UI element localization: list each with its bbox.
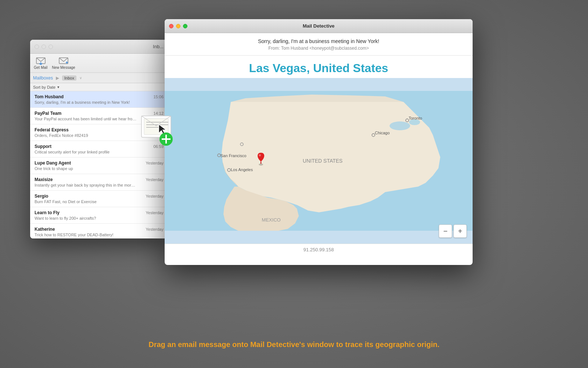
email-list-item[interactable]: Learn to Fly Yesterday Want to learn to … xyxy=(30,207,168,224)
new-message-label: New Message xyxy=(52,66,75,70)
email-time: Yesterday xyxy=(146,227,164,231)
new-message-icon xyxy=(58,57,69,65)
zoom-in-button[interactable]: + xyxy=(453,224,467,238)
mail-toolbar: Get Mail New Message xyxy=(30,54,168,73)
email-list: Tom Husband 15:06 Sorry, darling, I'm at… xyxy=(30,91,168,238)
bottom-caption: Drag an email message onto Mail Detectiv… xyxy=(0,340,588,349)
inbox-label[interactable]: Inbox xyxy=(62,75,76,81)
get-mail-button[interactable]: Get Mail xyxy=(34,57,47,70)
email-preview: Burn FAT Fast, no Diet or Exercise xyxy=(35,199,137,204)
email-preview: Want to learn to fly 200+ aircrafts? xyxy=(35,216,137,220)
detective-email-subject: Sorry, darling, I'm at a business meetin… xyxy=(172,38,465,44)
mail-traffic-lights xyxy=(35,45,53,49)
email-list-item[interactable]: Maxisize Yesterday Instantly get your ha… xyxy=(30,174,168,191)
email-sender: Support xyxy=(35,144,51,149)
svg-point-20 xyxy=(259,154,261,156)
svg-point-7 xyxy=(390,121,410,130)
email-list-item[interactable]: PayPal Team 14:12 Your PayPal account ha… xyxy=(30,108,168,124)
mail-minimize-button[interactable] xyxy=(42,45,46,49)
svg-text:San Francisco: San Francisco xyxy=(220,153,246,158)
mail-close-button[interactable] xyxy=(35,45,39,49)
email-list-item[interactable]: Sergio Yesterday Burn FAT Fast, no Diet … xyxy=(30,191,168,207)
email-time: 08:15 xyxy=(153,128,164,132)
svg-text:Los Angeles: Los Angeles xyxy=(231,167,253,172)
detective-email-header: Sorry, darling, I'm at a business meetin… xyxy=(165,33,473,56)
email-sender: Federal Express xyxy=(35,127,69,132)
map-controls: − + xyxy=(439,224,467,238)
svg-text:MEXICO: MEXICO xyxy=(262,217,280,223)
email-preview: Orders, FedEx Notice #82419 xyxy=(35,133,137,138)
email-preview: Critical security alert for your linked … xyxy=(35,150,137,154)
email-sender: PayPal Team xyxy=(35,111,61,116)
sort-label[interactable]: Sort by Date ▼ xyxy=(33,85,60,89)
detective-location: Las Vegas, United States xyxy=(165,56,473,78)
mail-titlebar: Inb... xyxy=(30,40,168,54)
email-sender: Lupe Dang Agent xyxy=(35,160,71,166)
email-time: Yesterday xyxy=(146,161,164,165)
detective-email-from: From: Tom Husband <honeypot@subclassed.c… xyxy=(172,46,465,51)
email-list-item[interactable]: Katherine Yesterday Trick how to RESTORE… xyxy=(30,224,168,238)
email-time: 14:12 xyxy=(153,111,164,116)
new-message-button[interactable]: New Message xyxy=(52,57,75,70)
detective-footer: 91.250.99.158 xyxy=(165,244,473,255)
email-sender: Learn to Fly xyxy=(35,210,60,215)
sort-bar: Sort by Date ▼ xyxy=(30,83,168,91)
email-time: Yesterday xyxy=(146,210,164,215)
detective-window: Mail Detective Sorry, darling, I'm at a … xyxy=(165,19,473,265)
mail-window-title: Inb... xyxy=(153,44,164,49)
map-container[interactable]: San Francisco Los Angeles Chicago Toront… xyxy=(165,78,473,244)
email-list-item[interactable]: Support 06:59 Critical security alert fo… xyxy=(30,141,168,158)
email-sender: Maxisize xyxy=(35,177,53,182)
detective-window-title: Mail Detective xyxy=(303,23,335,29)
mailboxes-label[interactable]: Mailboxes xyxy=(33,75,53,81)
svg-text:Chicago: Chicago xyxy=(375,131,390,135)
get-mail-label: Get Mail xyxy=(34,66,47,70)
mail-app-window: Inb... Get Mail xyxy=(30,40,168,238)
email-sender: Katherine xyxy=(35,227,55,232)
svg-text:UNITED STATES: UNITED STATES xyxy=(303,158,343,164)
get-mail-icon xyxy=(36,57,46,65)
map-svg: San Francisco Los Angeles Chicago Toront… xyxy=(165,78,473,244)
email-preview: Trick how to RESTORE your DEAD-Battery! xyxy=(35,233,137,237)
detective-traffic-lights xyxy=(169,24,187,28)
email-time: Yesterday xyxy=(146,194,164,198)
email-sender: Sergio xyxy=(35,194,48,199)
email-sender: Tom Husband xyxy=(35,94,64,99)
ip-address: 91.250.99.158 xyxy=(303,247,334,252)
detective-minimize-button[interactable] xyxy=(176,24,180,28)
email-time: 15:06 xyxy=(153,95,164,99)
mail-maximize-button[interactable] xyxy=(49,45,53,49)
zoom-out-button[interactable]: − xyxy=(439,224,452,238)
email-preview: Your PayPal account has been limited unt… xyxy=(35,117,137,121)
email-list-item[interactable]: Tom Husband 15:06 Sorry, darling, I'm at… xyxy=(30,91,168,108)
email-preview: One trick to shape up xyxy=(35,166,137,171)
mail-nav: Mailboxes ▶ Inbox ∨ xyxy=(30,73,168,83)
email-list-item[interactable]: Federal Express 08:15 Orders, FedEx Noti… xyxy=(30,124,168,141)
email-preview: Sorry, darling, I'm at a business meetin… xyxy=(35,100,137,105)
detective-maximize-button[interactable] xyxy=(183,24,187,28)
email-preview: Instantly get your hair back by spraying… xyxy=(35,183,137,187)
detective-close-button[interactable] xyxy=(169,24,173,28)
email-time: Yesterday xyxy=(146,177,164,182)
email-list-item[interactable]: Lupe Dang Agent Yesterday One trick to s… xyxy=(30,158,168,174)
email-time: 06:59 xyxy=(153,144,164,149)
svg-text:Toronto: Toronto xyxy=(409,116,422,120)
detective-titlebar: Mail Detective xyxy=(165,19,473,33)
